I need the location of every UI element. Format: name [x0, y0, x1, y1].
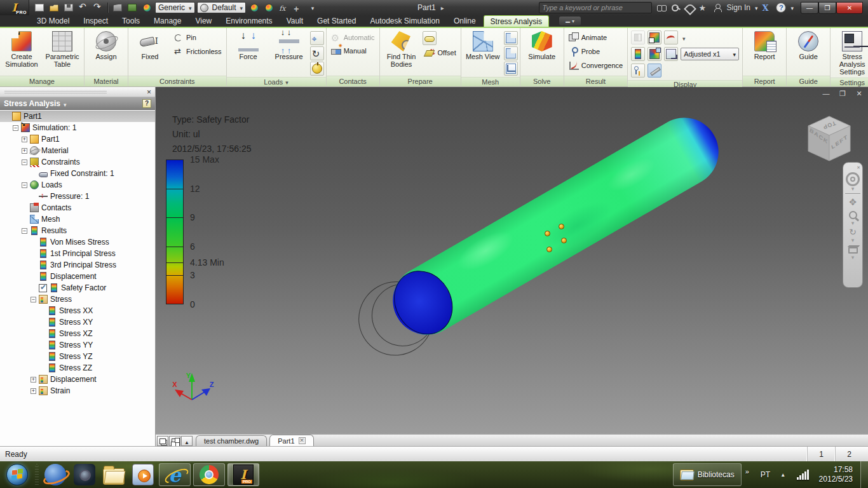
communication-center-icon[interactable] — [685, 3, 695, 12]
search-input[interactable] — [539, 2, 652, 13]
chevron-down-icon[interactable] — [64, 98, 67, 109]
button-report[interactable]: Report — [745, 29, 784, 61]
ribbon-tab-view[interactable]: View — [189, 15, 218, 27]
ribbon-tab-3d-model[interactable]: 3D Model — [31, 15, 76, 27]
display-same-scale-button[interactable] — [631, 30, 645, 44]
tree-item-mesh[interactable]: Mesh — [0, 214, 155, 225]
ribbon-tab-get-started[interactable]: Get Started — [311, 15, 362, 27]
chevron-down-icon[interactable] — [790, 3, 794, 12]
doc-restore-button[interactable]: ❐ — [837, 90, 848, 98]
measure-button[interactable] — [292, 2, 304, 13]
minimize-button[interactable]: — — [801, 2, 818, 14]
button-simulate[interactable]: Simulate — [522, 29, 562, 61]
tree-item-stress-xz[interactable]: Stress XZ — [0, 328, 155, 339]
ribbon-tab-inspect[interactable]: Inspect — [77, 15, 114, 27]
tree-item-stress[interactable]: Stress — [0, 294, 155, 305]
qat-customize-button[interactable] — [306, 2, 319, 13]
parameters-button[interactable] — [277, 2, 290, 13]
appearance-wheel-button[interactable] — [140, 2, 153, 13]
libraries-window-button[interactable]: Bibliotecas — [673, 463, 742, 486]
tree-item-von-mises-stress[interactable]: Von Mises Stress — [0, 236, 155, 248]
ribbon-tab-environments[interactable]: Environments — [219, 15, 278, 27]
chevron-down-icon[interactable] — [755, 3, 758, 12]
expander-plus-icon[interactable] — [31, 388, 36, 394]
button-convergence-settings[interactable] — [504, 62, 518, 76]
tree-item-displacement[interactable]: Displacement — [0, 374, 155, 385]
cascade-windows-button[interactable] — [157, 436, 168, 446]
tree-item-1st-principal-stress[interactable]: 1st Principal Stress — [0, 248, 155, 259]
button-local-mesh-control[interactable] — [504, 46, 518, 60]
expander-minus-icon[interactable] — [22, 159, 27, 165]
tree-item-simulation-1[interactable]: Simulation: 1 — [0, 122, 155, 133]
chevron-more-icon[interactable]: » — [745, 468, 749, 475]
zoom-icon[interactable] — [849, 208, 857, 221]
iproperties-button[interactable] — [126, 2, 139, 13]
tree-item-strain[interactable]: Strain — [0, 385, 155, 396]
doc-tab-close-icon[interactable]: ✕ — [299, 437, 306, 444]
button-parametric-table[interactable]: Parametric Table — [43, 29, 82, 69]
panel-label-settings[interactable]: Settings — [831, 78, 868, 86]
button-find-thin-bodies[interactable]: Find Thin Bodies — [382, 29, 421, 69]
ribbon-tab-stress-analysis[interactable]: Stress Analysis — [484, 15, 549, 27]
status-cell-2[interactable]: 2 — [835, 447, 863, 461]
tree-item-safety-factor[interactable]: Safety Factor — [0, 282, 155, 294]
display-shading-button[interactable] — [664, 30, 678, 44]
ribbon-tab-autodesk-simulation[interactable]: Autodesk Simulation — [363, 15, 445, 27]
button-automatic[interactable]: Automatic — [329, 31, 377, 44]
panel-label-mesh[interactable]: Mesh — [461, 77, 520, 86]
open-button[interactable] — [48, 2, 60, 13]
tree-item-stress-yy[interactable]: Stress YY — [0, 339, 155, 351]
update-button[interactable] — [111, 2, 124, 13]
button-pin[interactable]: Pin — [171, 31, 224, 44]
clock[interactable]: 17:58 2012/5/23 — [819, 465, 853, 484]
button-mesh-settings[interactable] — [504, 31, 518, 45]
close-button[interactable]: ✕ — [836, 2, 863, 14]
ribbon-tab-tools[interactable]: Tools — [116, 15, 146, 27]
taskbar-inventor-button[interactable]: IPRO — [227, 463, 259, 486]
tree-item-stress-xy[interactable]: Stress XY — [0, 316, 155, 328]
display-legend-button[interactable] — [631, 47, 645, 61]
expander-plus-icon[interactable] — [31, 377, 36, 383]
panel-label-material[interactable]: Material — [85, 76, 128, 86]
browser-grip-bar[interactable] — [0, 87, 155, 97]
button-guide[interactable]: Guide — [789, 29, 828, 61]
look-at-icon[interactable] — [848, 243, 858, 255]
tree-item-stress-yz[interactable]: Stress YZ — [0, 351, 155, 362]
chevron-down-icon[interactable] — [851, 221, 855, 226]
button-manual[interactable]: Manual — [329, 45, 377, 56]
button-assign[interactable]: Assign — [86, 29, 126, 61]
ribbon-tab-vault[interactable]: Vault — [280, 15, 309, 27]
undo-button[interactable] — [77, 2, 90, 13]
button-mesh-view[interactable]: Mesh View — [463, 29, 503, 61]
button-create-simulation[interactable]: Create Simulation — [2, 29, 41, 69]
favorites-icon[interactable] — [699, 3, 709, 12]
pan-hand-icon[interactable]: ✥ — [849, 196, 857, 208]
taskbar-messenger-icon[interactable] — [44, 464, 66, 485]
button-animate[interactable]: Animate — [566, 31, 625, 44]
chevron-down-icon[interactable] — [851, 238, 855, 243]
sign-in-button[interactable]: Sign In — [727, 3, 750, 12]
view-cube[interactable]: TOP BACK LEFT — [804, 114, 854, 167]
taskbar-explorer-icon[interactable] — [103, 468, 125, 485]
panel-label-manage[interactable]: Manage — [0, 76, 84, 86]
button-fixed[interactable]: Fixed — [130, 29, 170, 61]
tree-item-results[interactable]: Results — [0, 225, 155, 236]
panel-label-result[interactable]: Result — [564, 76, 627, 86]
doc-minimize-button[interactable]: — — [821, 90, 831, 98]
navbar-close-icon[interactable]: ✕ — [857, 165, 860, 170]
expander-minus-icon[interactable] — [31, 297, 36, 302]
tree-item-part1[interactable]: Part1 — [0, 133, 155, 145]
language-indicator[interactable]: PT — [761, 470, 770, 479]
panel-label-report[interactable]: Report — [743, 76, 786, 86]
expander-plus-icon[interactable] — [22, 148, 27, 154]
adjust-appearance-button[interactable] — [248, 2, 261, 13]
display-color-bar-button[interactable] — [648, 30, 661, 44]
expander-plus-icon[interactable] — [22, 137, 27, 142]
show-hidden-icons-button[interactable]: ▲ — [780, 472, 785, 478]
search-icon[interactable] — [657, 3, 667, 12]
panel-label-guide[interactable]: Guide — [787, 76, 830, 86]
display-contour-button[interactable] — [648, 47, 661, 61]
network-signal-icon[interactable] — [797, 470, 809, 480]
taskbar-media-player-icon[interactable] — [132, 464, 154, 485]
tree-item-fixed-constraint-1[interactable]: Fixed Constraint: 1 — [0, 168, 155, 179]
